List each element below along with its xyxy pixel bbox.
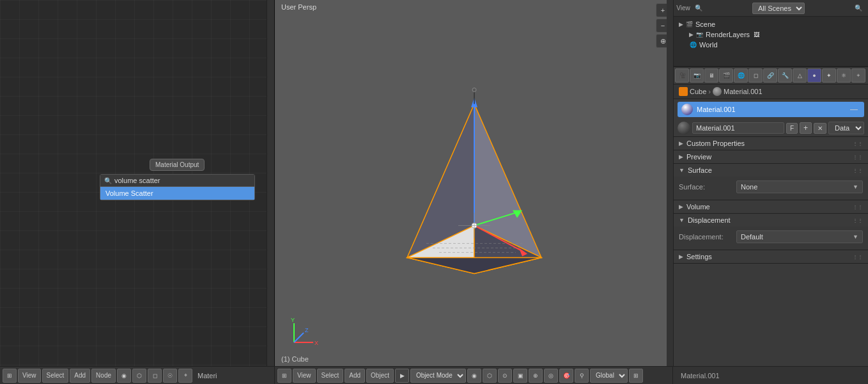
- outliner-view-row: View 🔍: [678, 3, 704, 14]
- bt-select-btn-left[interactable]: Select: [42, 369, 69, 383]
- bt-object-btn[interactable]: Object: [366, 369, 394, 383]
- bt-view-btn-center[interactable]: View: [293, 369, 316, 383]
- viewport-perspective-label: User Persp: [281, 3, 316, 11]
- material-data-select[interactable]: Data: [828, 122, 864, 134]
- search-input-container: 🔍: [100, 175, 254, 187]
- displacement-label: Displacement: [688, 216, 731, 224]
- material-selector[interactable]: Material.001 —: [678, 102, 864, 117]
- surface-expand-icon: ⋮⋮: [853, 168, 863, 173]
- bt-section-left: ⊞ View Select Add Node ◉ ⬡ ◻ ☉ ⌖ Materi: [0, 367, 275, 384]
- bt-center-icon3[interactable]: ◉: [467, 369, 481, 383]
- material-plus-button[interactable]: +: [800, 122, 812, 134]
- surface-prop-label: Surface:: [679, 183, 736, 191]
- tree-arrow-scene: ▶: [679, 21, 683, 28]
- props-particles-btn[interactable]: ✦: [822, 68, 836, 83]
- viewport-3d[interactable]: User Persp: [275, 0, 673, 366]
- search-result-volume-scatter[interactable]: Volume Scatter: [100, 187, 254, 200]
- surface-body: Surface: None ▼: [674, 177, 868, 200]
- bt-mode-select[interactable]: Object Mode: [410, 369, 466, 383]
- bt-left-icon6[interactable]: ⌖: [178, 369, 192, 383]
- displacement-value: Default: [741, 233, 763, 241]
- search-icon-outliner[interactable]: 🔍: [853, 3, 864, 14]
- material-name-value: Material.001: [696, 124, 735, 132]
- props-extras-btn[interactable]: +: [851, 68, 865, 83]
- custom-properties-header[interactable]: Custom Properties ⋮⋮: [674, 137, 868, 150]
- volume-header[interactable]: Volume ⋮⋮: [674, 200, 868, 213]
- props-view-btn[interactable]: 🖥: [704, 68, 718, 83]
- bt-center-icon8[interactable]: ◎: [544, 369, 558, 383]
- bt-global-select[interactable]: Global: [590, 369, 628, 383]
- bt-left-icon1[interactable]: ⊞: [3, 369, 17, 383]
- props-modifiers-btn[interactable]: 🔧: [778, 68, 792, 83]
- props-object-btn[interactable]: ◻: [748, 68, 763, 83]
- props-scene-btn[interactable]: 🎬: [719, 68, 733, 83]
- custom-properties-label: Custom Properties: [686, 140, 745, 147]
- bt-center-icon6[interactable]: ▣: [513, 369, 527, 383]
- props-physics-btn[interactable]: ⚛: [837, 68, 851, 83]
- node-search-input[interactable]: [114, 177, 251, 184]
- bt-view-btn-left[interactable]: View: [18, 369, 41, 383]
- bt-select-btn-center[interactable]: Select: [317, 369, 344, 383]
- tree-item-world[interactable]: 🌐 World: [674, 40, 868, 50]
- renderlayers-label: RenderLayers: [706, 31, 750, 38]
- material-x-button[interactable]: ✕: [814, 123, 826, 134]
- props-world-btn[interactable]: 🌐: [734, 68, 748, 83]
- props-toolbar: 🎥 📷 🖥 🎬 🌐 ◻ 🔗 🔧 △ ● ✦ ⚛ +: [674, 67, 868, 84]
- bt-center-icon2[interactable]: ▶: [395, 369, 409, 383]
- settings-expand-icon: ⋮⋮: [853, 254, 863, 260]
- bt-center-icon5[interactable]: ⊙: [498, 369, 512, 383]
- surface-prop-row: Surface: None ▼: [679, 180, 863, 193]
- search-dropdown[interactable]: 🔍 Volume Scatter: [100, 174, 255, 200]
- settings-header[interactable]: Settings ⋮⋮: [674, 250, 868, 263]
- props-render-btn[interactable]: 🎥: [675, 68, 689, 83]
- bt-add-btn-left[interactable]: Add: [70, 369, 90, 383]
- displacement-value-field[interactable]: Default ▼: [736, 230, 863, 243]
- bt-center-icon10[interactable]: ⚲: [575, 369, 589, 383]
- outliner-view-btn[interactable]: View: [678, 3, 689, 14]
- outliner-search-icon[interactable]: 🔍: [853, 3, 864, 14]
- preview-header[interactable]: Preview ⋮⋮: [674, 150, 868, 163]
- custom-properties-expand-icon: ⋮⋮: [853, 141, 863, 147]
- material-name-field[interactable]: Material.001: [692, 122, 784, 134]
- outliner-search-btn[interactable]: 🔍: [693, 3, 704, 14]
- node-editor-background[interactable]: Material Output 🔍 Volume Scatter: [0, 0, 274, 366]
- props-data-btn[interactable]: △: [793, 68, 807, 83]
- bt-center-icon1[interactable]: ⊞: [277, 369, 291, 383]
- tree-item-renderlayers[interactable]: ▶ 📷 RenderLayers 🖼: [674, 29, 868, 40]
- section-volume: Volume ⋮⋮: [674, 200, 868, 214]
- bt-left-icon5[interactable]: ☉: [163, 369, 177, 383]
- props-output-btn[interactable]: 📷: [690, 68, 704, 83]
- props-constraints-btn[interactable]: 🔗: [763, 68, 777, 83]
- surface-dropdown-arrow: ▼: [853, 184, 858, 190]
- right-panel: View 🔍 All Scenes 🔍 ▶ 🎬 Scene: [673, 0, 868, 366]
- search-icon: 🔍: [104, 177, 112, 184]
- custom-properties-arrow: [679, 140, 683, 147]
- axis-svg: X Y Z: [288, 317, 320, 349]
- surface-value-field[interactable]: None ▼: [736, 180, 863, 193]
- material-f-button[interactable]: F: [786, 123, 798, 134]
- left-panel-scrollbar[interactable]: [267, 0, 274, 366]
- surface-header[interactable]: Surface ⋮⋮: [674, 164, 868, 177]
- bt-center-icon9[interactable]: 🎯: [559, 369, 573, 383]
- tree-item-scene[interactable]: ▶ 🎬 Scene: [674, 19, 868, 29]
- bt-node-btn[interactable]: Node: [91, 369, 116, 383]
- bt-center-icon4[interactable]: ⬡: [483, 369, 497, 383]
- bt-left-icon4[interactable]: ◻: [148, 369, 162, 383]
- material-icon-circle: [678, 122, 690, 134]
- material-output-node[interactable]: Material Output: [150, 159, 205, 171]
- bt-left-icon2[interactable]: ◉: [117, 369, 131, 383]
- breadcrumb-separator: ›: [708, 88, 711, 95]
- bt-left-icon3[interactable]: ⬡: [132, 369, 146, 383]
- breadcrumb-cube[interactable]: Cube: [679, 87, 706, 96]
- breadcrumb-material[interactable]: Material.001: [713, 87, 763, 96]
- bt-center-icon7[interactable]: ⊕: [529, 369, 543, 383]
- volume-label: Volume: [686, 203, 710, 211]
- props-material-btn[interactable]: ●: [807, 68, 821, 83]
- viewport-scrollbar[interactable]: [667, 0, 673, 366]
- bt-add-btn-center[interactable]: Add: [345, 369, 365, 383]
- preview-arrow: [679, 154, 683, 160]
- bt-center-icon11[interactable]: ⊞: [629, 369, 643, 383]
- scene-select[interactable]: All Scenes: [752, 3, 805, 14]
- renderlayers-extra-icon: 🖼: [752, 31, 760, 38]
- displacement-header[interactable]: Displacement ⋮⋮: [674, 214, 868, 227]
